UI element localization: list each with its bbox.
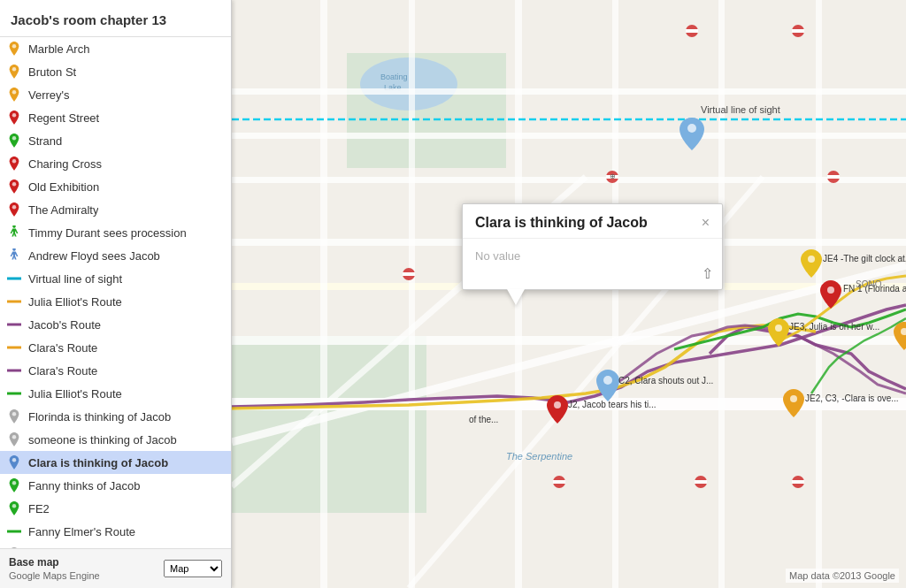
sidebar-icon-someone-thinking <box>7 432 21 447</box>
basemap-select[interactable]: Map Satellite <box>164 560 222 577</box>
sidebar-item-julia-route-2[interactable]: Julia Elliot's Route <box>0 382 231 405</box>
svg-text:⊕: ⊕ <box>610 172 616 180</box>
sidebar-icon-strand <box>7 134 21 148</box>
sidebar-icon-julia-route-2 <box>7 386 21 401</box>
map-area[interactable]: Boating Lake <box>232 0 906 588</box>
sidebar-footer-label: Base map <box>9 556 100 569</box>
tube-station-4 <box>695 476 707 488</box>
svg-rect-38 <box>718 0 725 588</box>
sidebar-icon-claras-route-2 <box>7 363 21 378</box>
sidebar-label-julia-route: Julia Elliot's Route <box>28 295 122 309</box>
svg-rect-34 <box>320 0 327 588</box>
svg-point-0 <box>12 44 16 48</box>
sidebar-icon-clara-thinking <box>7 455 21 470</box>
sidebar-icon-andrew-floyd <box>7 248 21 263</box>
sidebar-label-clara-thinking: Clara is thinking of Jacob <box>28 456 168 470</box>
svg-point-63 <box>808 256 815 263</box>
sidebar-icon-jacobs-route <box>7 317 21 332</box>
popup-arrow <box>507 289 525 305</box>
sidebar-icon-old-exhibition <box>7 179 21 194</box>
svg-rect-58 <box>827 175 840 179</box>
serpentine-label: The Serpentine <box>506 451 572 462</box>
sono-label: SONO <box>856 279 882 289</box>
marker-je4-label: JE4 -The gilt clock at... <box>823 254 906 263</box>
popup-close-button[interactable]: × <box>702 216 710 230</box>
marker-je3-label: JE3, Julia is on her w... <box>789 322 879 332</box>
sidebar-label-regent-street: Regent Street <box>28 111 99 125</box>
sidebar-icon-timmy-durant <box>7 225 21 240</box>
tube-station-3 <box>553 476 565 488</box>
sidebar-item-regent-street[interactable]: Regent Street <box>0 106 231 129</box>
sidebar-label-fanny-route: Fanny Elmer's Route <box>28 525 135 538</box>
svg-point-5 <box>12 159 16 163</box>
sidebar-item-strand[interactable]: Strand <box>0 129 231 152</box>
tube-station-1 <box>792 25 804 37</box>
sidebar-label-timmy-durant: Timmy Durant sees procession <box>28 226 187 240</box>
svg-point-14 <box>12 412 16 416</box>
sidebar-label-claras-route-2: Clara's Route <box>28 364 97 378</box>
sidebar-item-fanny-route[interactable]: Fanny Elmer's Route <box>0 520 231 543</box>
popup-body: No value <box>463 239 722 289</box>
sidebar-icon-fanny-route <box>7 524 21 538</box>
popup-share-icon[interactable]: ⇧ <box>702 266 713 281</box>
map-attribution: Map data ©2013 Google <box>786 569 899 583</box>
sidebar-label-verreys: Verrey's <box>28 88 70 102</box>
sidebar-item-julia-route[interactable]: Julia Elliot's Route <box>0 290 231 313</box>
marker-j2-label: J2, Jacob tears his ti... <box>568 400 656 409</box>
tube-station-2 <box>686 25 698 37</box>
svg-point-7 <box>12 205 16 209</box>
sidebar-label-someone-thinking: someone is thinking of Jacob <box>28 433 177 447</box>
popup: Clara is thinking of Jacob × No value ⇧ <box>462 203 723 290</box>
sidebar-icon-fanny-thinks <box>7 478 21 493</box>
svg-point-15 <box>12 435 16 439</box>
sidebar-icon-bruton-st <box>7 65 21 79</box>
sidebar-item-timmy-durant[interactable]: Timmy Durant sees procession <box>0 221 231 244</box>
sidebar-label-andrew-floyd: Andrew Floyd sees Jacob <box>28 249 160 263</box>
tube-station-8 <box>827 171 840 183</box>
sidebar-item-clara-thinking[interactable]: Clara is thinking of Jacob <box>0 451 231 474</box>
sidebar-icon-julia-route <box>7 294 21 309</box>
sidebar-item-virtual-line[interactable]: Virtual line of sight <box>0 267 231 290</box>
sidebar-label-strand: Strand <box>28 134 62 148</box>
sidebar-label-virtual-line: Virtual line of sight <box>28 272 122 286</box>
sidebar-icon-verreys <box>7 88 21 102</box>
popup-header: Clara is thinking of Jacob × <box>463 204 722 239</box>
sidebar-item-fe2[interactable]: FE2 <box>0 497 231 520</box>
sidebar-label-marble-arch: Marble Arch <box>28 42 89 56</box>
svg-text:Boating: Boating <box>380 73 408 81</box>
sidebar-icon-the-admiralty <box>7 202 21 217</box>
sidebar-label-florinda-thinking: Florinda is thinking of Jacob <box>28 410 171 424</box>
sidebar-label-fe2: FE2 <box>28 502 50 515</box>
sidebar-item-claras-route-2[interactable]: Clara's Route <box>0 359 231 382</box>
sidebar-item-the-admiralty[interactable]: The Admiralty <box>0 198 231 221</box>
popup-footer: ⇧ <box>702 265 713 282</box>
sidebar-item-jacobs-route[interactable]: Jacob's Route <box>0 313 231 336</box>
sidebar-label-claras-route-1: Clara's Route <box>28 341 97 355</box>
sidebar-item-old-exhibition[interactable]: Old Exhibition <box>0 175 231 198</box>
svg-rect-37 <box>612 0 618 588</box>
svg-point-3 <box>12 113 16 117</box>
svg-rect-46 <box>686 29 698 33</box>
sidebar-item-fanny-thinks[interactable]: Fanny thinks of Jacob <box>0 474 231 497</box>
svg-point-70 <box>603 376 612 385</box>
svg-rect-35 <box>409 0 415 588</box>
sidebar-label-fanny-thinks: Fanny thinks of Jacob <box>28 479 140 493</box>
sidebar-item-someone-thinking[interactable]: someone is thinking of Jacob <box>0 428 231 451</box>
svg-point-17 <box>12 481 16 485</box>
sidebar-icon-claras-route-1 <box>7 340 21 355</box>
sidebar-icon-virtual-line <box>7 271 21 286</box>
sidebar-label-charing-cross: Charing Cross <box>28 157 102 171</box>
svg-point-71 <box>554 401 561 409</box>
sidebar-item-andrew-floyd[interactable]: Andrew Floyd sees Jacob <box>0 244 231 267</box>
svg-point-62 <box>687 124 696 133</box>
sidebar-item-marble-arch[interactable]: Marble Arch <box>0 37 231 60</box>
sidebar-label-jacobs-route: Jacob's Route <box>28 318 101 332</box>
sidebar-item-claras-route-1[interactable]: Clara's Route <box>0 336 231 359</box>
sidebar-item-verreys[interactable]: Verrey's <box>0 83 231 106</box>
sidebar-item-bruton-st[interactable]: Bruton St <box>0 60 231 83</box>
map-svg: Boating Lake <box>232 0 906 588</box>
sidebar-item-florinda-thinking[interactable]: Florinda is thinking of Jacob <box>0 405 231 428</box>
marker-je2c3-label: JE2, C3, -Clara is ove... <box>805 393 899 403</box>
svg-point-68 <box>775 325 782 332</box>
sidebar-item-charing-cross[interactable]: Charing Cross <box>0 152 231 175</box>
